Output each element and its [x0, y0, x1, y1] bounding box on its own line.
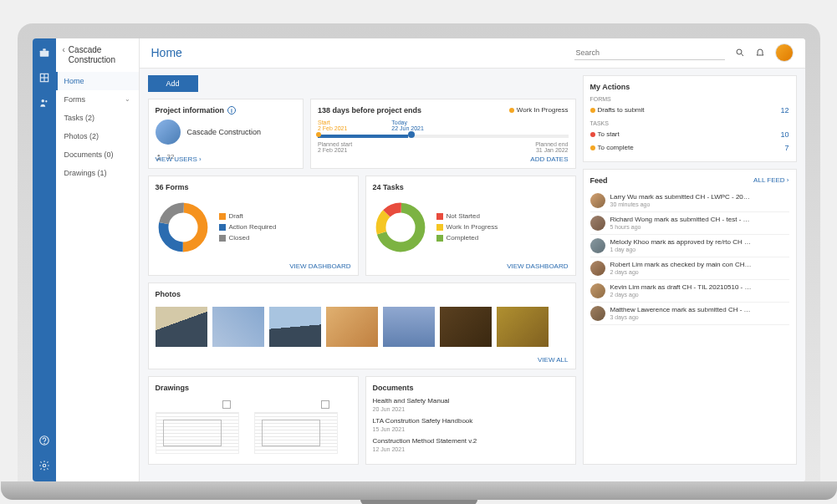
- add-button[interactable]: Add: [148, 75, 198, 92]
- timeline-title: 138 days before project ends: [318, 106, 421, 115]
- info-icon[interactable]: i: [227, 106, 236, 115]
- drawing-thumb: [156, 412, 239, 454]
- chevron-left-icon: ‹: [63, 45, 65, 54]
- planned-end: Planned end31 Jan 2022: [535, 141, 568, 153]
- project-info-title: Project informationi: [156, 106, 296, 115]
- feed-item[interactable]: Kevin Lim mark as draft CH - TIL 2021051…: [590, 280, 789, 303]
- drawing-item[interactable]: [156, 400, 239, 454]
- bell-icon[interactable]: [755, 48, 765, 58]
- tasks-chart-card: 24 Tasks Not Started Work In Progress: [365, 176, 576, 276]
- action-to-start[interactable]: To start10: [590, 128, 789, 141]
- search-icon[interactable]: [735, 48, 745, 58]
- forms-chart-title: 36 Forms: [156, 183, 351, 191]
- svg-rect-1: [43, 48, 46, 50]
- drawings-card: Drawings: [148, 376, 359, 465]
- feed-card: Feed ALL FEED › Larry Wu mark as submitt…: [583, 169, 797, 465]
- svg-line-11: [741, 54, 743, 57]
- document-item[interactable]: LTA Constrution Safety Handbook15 Jun 20…: [373, 417, 569, 432]
- photos-view-all-link[interactable]: VIEW ALL: [538, 356, 568, 364]
- feed-avatar: [590, 283, 605, 298]
- nav-documents[interactable]: Documents (0): [56, 145, 139, 164]
- forms-chart-card: 36 Forms Draft Action Required: [148, 176, 359, 276]
- nav-forms[interactable]: Forms: [56, 90, 139, 109]
- forms-dashboard-link[interactable]: VIEW DASHBOARD: [289, 262, 350, 270]
- actions-forms-label: FORMS: [590, 96, 789, 102]
- drawings-title: Drawings: [156, 384, 351, 392]
- feed-item[interactable]: Melody Khoo mark as approved by re/rto C…: [590, 235, 789, 257]
- all-feed-link[interactable]: ALL FEED ›: [753, 176, 789, 184]
- photo-thumb[interactable]: [440, 307, 492, 347]
- project-name: Cascade Construction: [187, 128, 262, 136]
- feed-item[interactable]: Matthew Lawerence mark as submitted CH -…: [590, 303, 789, 325]
- nav-home[interactable]: Home: [56, 72, 139, 90]
- nav-tasks[interactable]: Tasks (2): [56, 109, 139, 127]
- main: Home Add Project informationi Cascade Co…: [140, 38, 805, 481]
- timeline-card: 138 days before project ends Work In Pro…: [310, 99, 576, 169]
- briefcase-icon[interactable]: [38, 47, 50, 59]
- icon-rail: [33, 38, 56, 481]
- feed-title: Feed: [590, 176, 608, 185]
- photo-thumb[interactable]: [212, 307, 264, 347]
- feed-avatar: [590, 238, 605, 253]
- timeline-status: Work In Progress: [509, 106, 569, 114]
- my-actions-card: My Actions FORMS Drafts to submit12 TASK…: [583, 75, 797, 162]
- photo-thumb[interactable]: [156, 307, 207, 347]
- timeline-track: [318, 135, 569, 138]
- feed-avatar: [590, 216, 605, 231]
- drawing-item[interactable]: [254, 400, 338, 454]
- feed-item[interactable]: Robert Lim mark as checked by main con C…: [590, 257, 789, 280]
- nav-photos[interactable]: Photos (2): [56, 127, 139, 145]
- nav-drawings[interactable]: Drawings (1): [56, 164, 139, 182]
- drawing-thumb: [254, 412, 338, 454]
- view-users-link[interactable]: VIEW USERS ›: [156, 155, 202, 163]
- legend-closed: Closed: [219, 234, 277, 242]
- topbar: Home: [140, 38, 805, 69]
- feed-avatar: [590, 193, 605, 208]
- svg-point-6: [45, 100, 47, 102]
- tasks-chart-title: 24 Tasks: [373, 183, 569, 191]
- planned-start: Planned start2 Feb 2021: [318, 141, 352, 153]
- project-selector[interactable]: ‹ Cascade Construction: [56, 38, 139, 72]
- photos-title: Photos: [156, 290, 569, 298]
- actions-tasks-label: TASKS: [590, 120, 789, 126]
- feed-avatar: [590, 261, 605, 276]
- drawing-checkbox[interactable]: [222, 400, 231, 409]
- users-icon[interactable]: [38, 97, 50, 109]
- tasks-dashboard-link[interactable]: VIEW DASHBOARD: [507, 262, 568, 270]
- svg-rect-0: [39, 50, 48, 56]
- svg-point-10: [737, 49, 742, 54]
- action-to-complete[interactable]: To complete7: [590, 141, 789, 155]
- user-avatar[interactable]: [775, 43, 794, 62]
- feed-item[interactable]: Larry Wu mark as submitted CH - LWPC - 2…: [590, 190, 789, 212]
- timeline-start: Start2 Feb 2021: [318, 120, 347, 131]
- legend-not-started: Not Started: [436, 212, 498, 220]
- forms-donut-chart: [157, 201, 209, 253]
- document-item[interactable]: Construction Method Statement v.212 Jun …: [373, 437, 569, 452]
- sidebar: ‹ Cascade Construction Home Forms Tasks …: [56, 38, 140, 481]
- svg-point-5: [41, 99, 44, 102]
- add-dates-link[interactable]: ADD DATES: [530, 155, 568, 163]
- photos-card: Photos VIEW ALL: [148, 283, 576, 369]
- tasks-donut-chart: [375, 201, 426, 253]
- svg-point-8: [43, 443, 44, 444]
- photo-thumb[interactable]: [269, 307, 321, 347]
- feed-item[interactable]: Richard Wong mark as submitted CH - test…: [590, 212, 789, 235]
- legend-completed: Completed: [436, 234, 498, 242]
- timeline-today: Today22 Jun 2021: [391, 120, 424, 131]
- project-thumbnail: [156, 120, 181, 145]
- legend-draft: Draft: [219, 212, 277, 220]
- project-info-card: Project informationi Cascade Constructio…: [148, 99, 304, 169]
- feed-avatar: [590, 306, 605, 321]
- help-icon[interactable]: [38, 435, 50, 446]
- gear-icon[interactable]: [38, 460, 50, 471]
- documents-card: Documents Health and Safety Manual20 Jun…: [365, 376, 576, 465]
- legend-wip: Work In Progress: [436, 223, 498, 231]
- photo-thumb[interactable]: [497, 307, 549, 347]
- search-input[interactable]: [574, 46, 725, 60]
- photo-thumb[interactable]: [326, 307, 378, 347]
- photo-thumb[interactable]: [383, 307, 435, 347]
- grid-icon[interactable]: [38, 72, 50, 84]
- action-drafts[interactable]: Drafts to submit12: [590, 104, 789, 117]
- document-item[interactable]: Health and Safety Manual20 Jun 2021: [373, 397, 569, 412]
- drawing-checkbox[interactable]: [321, 400, 329, 409]
